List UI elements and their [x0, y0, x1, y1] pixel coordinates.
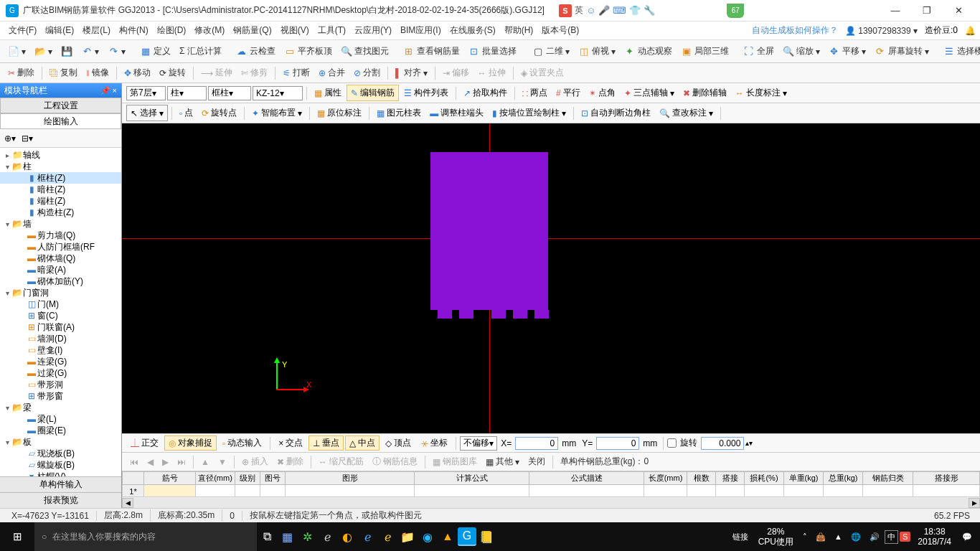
taskview-icon[interactable]: ⧉ [257, 522, 277, 551]
ime-sogou-icon[interactable]: S [559, 4, 572, 17]
taskbar-edge[interactable]: ℯ [317, 522, 337, 551]
delete-button[interactable]: ✂删除 [4, 65, 38, 80]
open-button[interactable]: 📂▾ [31, 44, 56, 59]
adjust-column-end-button[interactable]: ▬调整柱端头 [426, 105, 487, 121]
start-button[interactable]: ⊞ [0, 522, 34, 551]
snap-perp[interactable]: ⊥垂点 [308, 435, 344, 451]
col-rebar-id[interactable]: 筋号 [144, 472, 196, 485]
tree-item[interactable]: ▬暗梁(A) [0, 264, 121, 276]
bell-icon[interactable]: 🔔 [965, 26, 976, 36]
col-total-weight[interactable]: 总重(kg) [824, 472, 863, 485]
taskbar-ggj[interactable]: G [458, 527, 476, 546]
type-select[interactable]: 柱 ▾ [167, 86, 207, 100]
snap-coord[interactable]: ⚹坐标 [417, 435, 452, 451]
expand-icon[interactable]: ⊕▾ [4, 133, 16, 143]
view-2d-button[interactable]: ▢二维▾ [529, 44, 573, 59]
tree-item[interactable]: ▭墙洞(D) [0, 333, 121, 344]
rotate-checkbox[interactable] [667, 438, 677, 448]
col-lap[interactable]: 搭接 [716, 472, 745, 485]
tree-column[interactable]: 柱 [23, 161, 32, 173]
select-tool-button[interactable]: ↖选择▾ [126, 105, 168, 121]
ime-keyboard-icon[interactable]: ⌨ [613, 5, 626, 16]
col-grade[interactable]: 级别 [235, 472, 260, 485]
menu-cloud[interactable]: 云应用(Y) [350, 24, 396, 37]
col-count[interactable]: 根数 [687, 472, 716, 485]
tree-item[interactable]: ▬砌体加筋(Y) [0, 276, 121, 287]
snap-cross[interactable]: ×交点 [274, 435, 307, 451]
tree-opening[interactable]: 门窗洞 [23, 287, 49, 299]
rotate-point-button[interactable]: ⟳旋转点 [198, 105, 240, 121]
taskbar-ie[interactable]: ℯ [377, 522, 397, 551]
fullscreen-button[interactable]: ⛶全屏 [740, 44, 778, 59]
check-annotation-button[interactable]: 🔍查改标注▾ [656, 105, 717, 121]
tree-axis[interactable]: 轴线 [23, 149, 40, 161]
taskbar-edge2[interactable]: ℯ [357, 522, 377, 551]
save-button[interactable]: 💾 [57, 44, 76, 59]
find-element-button[interactable]: 🔍查找图元 [337, 44, 392, 59]
ime-mic-icon[interactable]: 🎤 [598, 5, 610, 16]
user-id[interactable]: 13907298339 [858, 26, 910, 36]
viewport[interactable]: Y X [122, 123, 980, 433]
subtype-select[interactable]: 框柱 ▾ [208, 86, 251, 100]
align-button[interactable]: ▌对齐▾ [392, 65, 431, 80]
system-tray[interactable]: 链接 28%CPU使用 ˄ 👜 ▲ 🌐 🔊 中 S 18:382018/7/4 … [728, 527, 980, 547]
column-table-button[interactable]: ▦图元柱表 [373, 105, 425, 121]
tray-icon[interactable]: ▲ [831, 532, 846, 541]
tray-link[interactable]: 链接 [728, 532, 753, 542]
tree-item[interactable]: ▱螺旋板(B) [0, 459, 121, 471]
tree-item[interactable]: ▬连梁(G) [0, 356, 121, 367]
col-figure[interactable]: 图形 [286, 472, 415, 485]
rebar-grid[interactable]: 筋号 直径(mm) 级别 图号 图形 计算公式 公式描述 长度(mm) 根数 搭… [122, 471, 980, 496]
tree-item[interactable]: ▱现浇板(B) [0, 448, 121, 459]
tree-item-end-column[interactable]: ▮端柱(Z) [0, 195, 121, 207]
break-button[interactable]: ⚟打断 [279, 65, 314, 80]
point-button[interactable]: ▫点 [176, 105, 197, 121]
close-grid-button[interactable]: 关闭 [524, 455, 549, 468]
split-button[interactable]: ⊘分割 [350, 65, 384, 80]
maximize-button[interactable]: ❐ [911, 1, 943, 21]
tray-sogou[interactable]: S [900, 532, 910, 542]
ime-lang[interactable]: 英 [575, 4, 583, 17]
score-badge[interactable]: 67 [727, 4, 744, 18]
scroll-left-button[interactable]: ◀ [122, 498, 133, 508]
length-dim-button[interactable]: ↔长度标注▾ [732, 85, 791, 100]
redo-button[interactable]: ↷▾ [104, 44, 129, 59]
zoom-button[interactable]: 🔍缩放▾ [779, 44, 824, 59]
component-list-button[interactable]: ☰构件列表 [400, 85, 452, 100]
screen-rotate-button[interactable]: ⟳屏幕旋转▾ [871, 44, 933, 59]
taskbar-app[interactable]: ◐ [337, 522, 357, 551]
tray-volume-icon[interactable]: 🔊 [866, 532, 883, 542]
menu-component[interactable]: 构件(N) [115, 24, 153, 37]
delete-aux-button[interactable]: ✖删除辅轴 [679, 85, 730, 100]
ime-skin-icon[interactable]: 👕 [629, 5, 641, 16]
tray-up-icon[interactable]: ˄ [799, 532, 811, 542]
tree-slab[interactable]: 板 [23, 436, 32, 448]
close-button[interactable]: ✕ [943, 1, 974, 21]
ime-toolbar[interactable]: S 英 ☺ 🎤 ⌨ 👕 🔧 [559, 4, 655, 17]
menu-floor[interactable]: 楼层(L) [78, 24, 115, 37]
move-button[interactable]: ✥移动 [121, 65, 154, 80]
tree-item-struct-column[interactable]: ▮构造柱(Z) [0, 207, 121, 218]
in-place-dim-button[interactable]: ▦原位标注 [314, 105, 365, 121]
other-button[interactable]: ▦ 其他▾ [482, 455, 523, 468]
cpu-usage[interactable]: 28%CPU使用 [754, 527, 798, 547]
tree-item[interactable]: ▭壁龛(I) [0, 344, 121, 356]
menu-online[interactable]: 在线服务(S) [446, 24, 500, 37]
taskbar-app[interactable]: ◉ [418, 522, 438, 551]
menu-tool[interactable]: 工具(T) [314, 24, 350, 37]
help-tip-link[interactable]: 自动生成板如何操作？ [752, 24, 838, 37]
menu-bim[interactable]: BIM应用(I) [396, 24, 446, 37]
col-lap-type[interactable]: 搭接形 [913, 472, 980, 485]
col-fig-id[interactable]: 图号 [260, 472, 286, 485]
taskbar-app[interactable]: ✲ [297, 522, 317, 551]
tree-item[interactable]: ⊞带形窗 [0, 390, 121, 402]
rotate-button[interactable]: ⟳旋转 [156, 65, 189, 80]
define-button[interactable]: ▦定义 [136, 44, 174, 59]
three-point-aux-button[interactable]: ✦三点辅轴▾ [621, 85, 678, 100]
auto-corner-button[interactable]: ⊡自动判断边角柱 [578, 105, 654, 121]
edit-rebar-button[interactable]: ✎编辑钢筋 [347, 85, 399, 101]
cloud-check-button[interactable]: ☁云检查 [232, 44, 279, 59]
tree-item[interactable]: ▬人防门框墙(RF [0, 241, 121, 253]
component-tree[interactable]: ▸📁轴线 ▾📂柱 ▮框柱(Z) ▮暗柱(Z) ▮端柱(Z) ▮构造柱(Z) ▾📂… [0, 148, 121, 476]
select-floor-button[interactable]: ☰选择楼层 [940, 44, 980, 59]
